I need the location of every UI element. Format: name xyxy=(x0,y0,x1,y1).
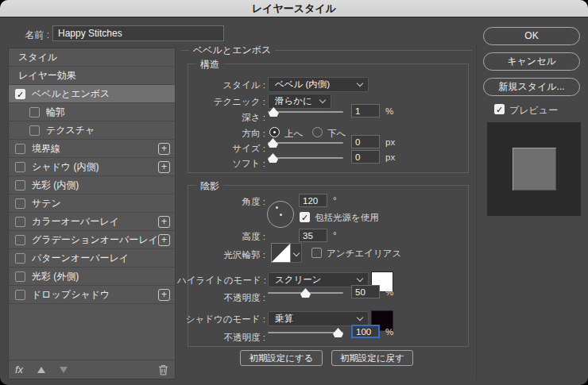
check-icon: ✓ xyxy=(300,213,309,222)
sidebar-item-inner-glow[interactable]: 光彩 (内側) xyxy=(9,176,175,194)
sidebar-item-texture[interactable]: テクスチャ xyxy=(9,121,175,140)
style-select[interactable]: ベベル (内側) xyxy=(268,77,369,92)
highlight-opacity-input[interactable] xyxy=(351,285,380,298)
preview-square xyxy=(513,148,556,191)
sidebar-item-drop-shadow[interactable]: ドロップシャドウ + xyxy=(9,286,175,304)
global-light-label: 包括光源を使用 xyxy=(315,212,379,224)
bevel-emboss-checkbox[interactable]: ✓ xyxy=(15,89,25,99)
fx-menu-icon[interactable]: fx xyxy=(15,364,23,375)
direction-up-radio[interactable] xyxy=(269,127,280,137)
altitude-label: 高度 : xyxy=(177,231,265,242)
soften-input[interactable] xyxy=(351,150,380,164)
angle-unit: ° xyxy=(333,195,337,205)
depth-slider[interactable] xyxy=(268,106,343,117)
highlight-opacity-unit: % xyxy=(385,287,393,297)
dial-angle-marker xyxy=(276,206,278,209)
move-down-icon[interactable] xyxy=(60,367,68,373)
stroke-checkbox[interactable] xyxy=(15,144,25,154)
chevron-down-icon xyxy=(357,314,363,321)
chevron-down-icon xyxy=(357,275,363,282)
style-preview-thumbnail xyxy=(487,122,581,216)
shadow-opacity-slider[interactable] xyxy=(268,327,343,337)
gloss-contour-picker-button[interactable] xyxy=(291,243,302,263)
add-gradient-overlay-button[interactable]: + xyxy=(158,234,170,246)
highlight-mode-label: ハイライトのモード : xyxy=(177,275,265,286)
slider-track xyxy=(268,157,343,159)
sidebar-item-satin[interactable]: サテン xyxy=(9,194,175,213)
reset-default-button[interactable]: 初期設定に戻す xyxy=(331,350,413,366)
color-overlay-checkbox[interactable] xyxy=(15,217,25,227)
move-up-icon[interactable] xyxy=(37,367,45,373)
angle-dial[interactable] xyxy=(267,201,294,228)
direction-down-radio[interactable] xyxy=(312,127,323,137)
highlight-opacity-label: 不透明度 : xyxy=(177,292,265,303)
gradient-overlay-checkbox[interactable] xyxy=(15,235,25,245)
ok-button[interactable]: OK xyxy=(483,27,580,45)
style-label: スタイル : xyxy=(177,79,265,90)
depth-label: 深さ : xyxy=(177,112,265,123)
shadow-opacity-input[interactable] xyxy=(351,325,380,338)
slider-thumb[interactable] xyxy=(269,107,279,117)
panel-title: ベベルとエンボス xyxy=(181,44,472,56)
gloss-contour-thumbnail[interactable] xyxy=(271,243,291,263)
name-input[interactable] xyxy=(52,25,224,41)
sidebar-item-stroke[interactable]: 境界線 + xyxy=(9,140,175,158)
inner-glow-checkbox[interactable] xyxy=(15,180,25,191)
sidebar-item-pattern-overlay[interactable]: パターンオーバーレイ xyxy=(9,249,175,268)
add-inner-shadow-button[interactable]: + xyxy=(158,161,170,173)
new-style-button[interactable]: 新規スタイル... xyxy=(483,78,580,96)
altitude-input[interactable] xyxy=(299,229,327,242)
slider-thumb[interactable] xyxy=(300,288,311,298)
settings-panel: ベベルとエンボス 構造 スタイル : ベベル (内側) テクニック : 滑らかに… xyxy=(176,44,477,379)
add-stroke-button[interactable]: + xyxy=(158,143,170,155)
antialias-checkbox[interactable] xyxy=(311,248,322,258)
size-unit: px xyxy=(385,137,395,147)
effects-sidebar: スタイル レイヤー効果 ✓ ベベルとエンボス 輪郭 テクスチャ 境界線 + シャ… xyxy=(8,48,176,379)
sidebar-footer: fx xyxy=(9,360,175,379)
size-slider[interactable] xyxy=(268,137,343,148)
sidebar-item-outer-glow[interactable]: 光彩 (外側) xyxy=(9,268,175,286)
depth-unit: % xyxy=(385,106,393,116)
slider-thumb[interactable] xyxy=(268,138,278,148)
global-light-checkbox[interactable]: ✓ xyxy=(300,212,310,222)
altitude-unit: ° xyxy=(333,230,337,240)
texture-checkbox[interactable] xyxy=(29,125,40,136)
sidebar-item-gradient-overlay[interactable]: グラデーションオーバーレイ + xyxy=(9,231,175,249)
chevron-down-icon xyxy=(357,80,363,87)
pattern-overlay-checkbox[interactable] xyxy=(15,253,25,264)
layer-style-dialog: レイヤースタイル 名前 : OK キャンセル 新規スタイル... ✓ プレビュー… xyxy=(0,0,588,385)
soften-slider[interactable] xyxy=(268,152,343,163)
size-input[interactable] xyxy=(351,135,380,148)
panel-footer: 初期設定にする 初期設定に戻す xyxy=(176,350,477,366)
contour-checkbox[interactable] xyxy=(29,107,40,117)
slider-track xyxy=(268,332,343,333)
soften-label: ソフト : xyxy=(177,158,265,169)
cancel-button[interactable]: キャンセル xyxy=(483,52,580,71)
check-icon: ✓ xyxy=(16,90,25,99)
angle-input[interactable] xyxy=(299,194,327,207)
sidebar-item-styles[interactable]: スタイル xyxy=(9,48,175,67)
sidebar-item-inner-shadow[interactable]: シャドウ (内側) + xyxy=(9,158,175,176)
soften-unit: px xyxy=(385,152,395,162)
drop-shadow-checkbox[interactable] xyxy=(15,290,25,300)
add-drop-shadow-button[interactable]: + xyxy=(158,289,170,301)
depth-input[interactable] xyxy=(351,104,380,117)
add-color-overlay-button[interactable]: + xyxy=(158,216,170,228)
satin-checkbox[interactable] xyxy=(15,198,25,209)
highlight-opacity-slider[interactable] xyxy=(268,287,343,298)
inner-shadow-checkbox[interactable] xyxy=(15,162,25,172)
slider-track xyxy=(268,111,343,113)
delete-effect-icon[interactable] xyxy=(158,364,168,375)
sidebar-item-layer-effects[interactable]: レイヤー効果 xyxy=(9,67,175,85)
sidebar-item-color-overlay[interactable]: カラーオーバーレイ + xyxy=(9,213,175,231)
slider-thumb[interactable] xyxy=(333,328,343,337)
dialog-title: レイヤースタイル xyxy=(0,0,588,17)
sidebar-item-bevel-emboss[interactable]: ✓ ベベルとエンボス xyxy=(9,85,175,103)
preview-checkbox[interactable]: ✓ xyxy=(494,104,505,114)
shading-group: 陰影 角度 : ° ✓ 包括光源を使用 高度 : ° 光沢輪郭 : アンチエイリ… xyxy=(188,185,469,347)
outer-glow-checkbox[interactable] xyxy=(15,271,25,282)
shadow-mode-label: シャドウのモード : xyxy=(177,314,265,325)
slider-thumb[interactable] xyxy=(268,153,278,163)
make-default-button[interactable]: 初期設定にする xyxy=(240,350,322,366)
sidebar-item-contour[interactable]: 輪郭 xyxy=(9,103,175,121)
